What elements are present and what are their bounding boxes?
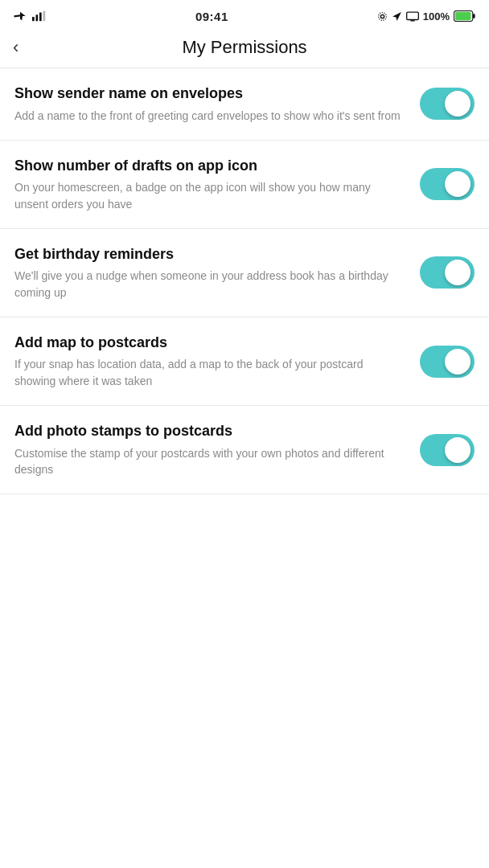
perm-text-drafts-badge: Show number of drafts on app icon On you…: [14, 157, 420, 212]
toggle-map-postcards[interactable]: [420, 346, 475, 378]
svg-rect-2: [39, 13, 42, 22]
page-header: ‹ My Permissions: [0, 29, 489, 68]
toggle-thumb-birthday-reminders: [445, 260, 471, 285]
svg-rect-0: [32, 17, 35, 21]
perm-desc-photo-stamps: Customise the stamp of your postcards wi…: [14, 445, 401, 478]
perm-title-drafts-badge: Show number of drafts on app icon: [14, 157, 401, 175]
battery-label: 100%: [423, 10, 450, 23]
toggle-thumb-sender-name: [445, 91, 471, 117]
toggle-track-photo-stamps: [420, 434, 475, 466]
status-left: [13, 10, 47, 22]
status-right: 100%: [377, 10, 476, 23]
svg-rect-1: [36, 14, 39, 21]
toggle-thumb-photo-stamps: [445, 437, 471, 463]
toggle-birthday-reminders[interactable]: [420, 256, 475, 289]
navigation-icon: [392, 11, 402, 22]
screen-icon: [406, 11, 419, 22]
status-bar: 09:41 100%: [0, 0, 489, 29]
signal-icon: [32, 10, 47, 22]
back-button[interactable]: ‹: [13, 39, 18, 56]
perm-title-map-postcards: Add map to postcards: [14, 334, 401, 352]
airplane-icon: [13, 10, 27, 22]
battery-icon: [454, 10, 476, 22]
svg-point-4: [380, 14, 384, 18]
status-time: 09:41: [195, 10, 228, 23]
svg-rect-9: [473, 14, 475, 18]
perm-desc-drafts-badge: On your homescreen, a badge on the app i…: [14, 179, 401, 212]
location-icon: [377, 11, 388, 22]
perm-title-photo-stamps: Add photo stamps to postcards: [14, 422, 401, 440]
svg-rect-3: [43, 11, 46, 22]
perm-title-birthday-reminders: Get birthday reminders: [14, 245, 401, 264]
toggle-track-map-postcards: [420, 346, 475, 378]
permissions-list: Show sender name on envelopes Add a name…: [0, 68, 489, 494]
toggle-thumb-drafts-badge: [445, 171, 471, 197]
perm-item-birthday-reminders: Get birthday reminders We'll give you a …: [0, 229, 489, 317]
perm-item-drafts-badge: Show number of drafts on app icon On you…: [0, 141, 489, 229]
toggle-photo-stamps[interactable]: [420, 434, 475, 466]
toggle-sender-name[interactable]: [420, 88, 475, 120]
perm-text-map-postcards: Add map to postcards If your snap has lo…: [14, 334, 420, 389]
perm-desc-map-postcards: If your snap has location data, add a ma…: [14, 356, 401, 389]
perm-item-map-postcards: Add map to postcards If your snap has lo…: [0, 317, 489, 406]
perm-title-sender-name: Show sender name on envelopes: [14, 84, 401, 103]
perm-item-photo-stamps: Add photo stamps to postcards Customise …: [0, 406, 489, 494]
perm-desc-sender-name: Add a name to the front of greeting card…: [14, 108, 401, 124]
svg-rect-10: [455, 12, 471, 20]
perm-item-sender-name: Show sender name on envelopes Add a name…: [0, 68, 489, 141]
toggle-track-sender-name: [420, 88, 475, 120]
perm-desc-birthday-reminders: We'll give you a nudge when someone in y…: [14, 268, 401, 301]
svg-point-5: [378, 12, 386, 20]
toggle-drafts-badge[interactable]: [420, 168, 475, 200]
page-title: My Permissions: [182, 37, 306, 58]
perm-text-birthday-reminders: Get birthday reminders We'll give you a …: [14, 245, 420, 301]
toggle-thumb-map-postcards: [445, 349, 471, 375]
perm-text-photo-stamps: Add photo stamps to postcards Customise …: [14, 422, 420, 477]
toggle-track-birthday-reminders: [420, 256, 475, 289]
perm-text-sender-name: Show sender name on envelopes Add a name…: [14, 84, 420, 124]
svg-rect-6: [406, 12, 418, 19]
toggle-track-drafts-badge: [420, 168, 475, 200]
